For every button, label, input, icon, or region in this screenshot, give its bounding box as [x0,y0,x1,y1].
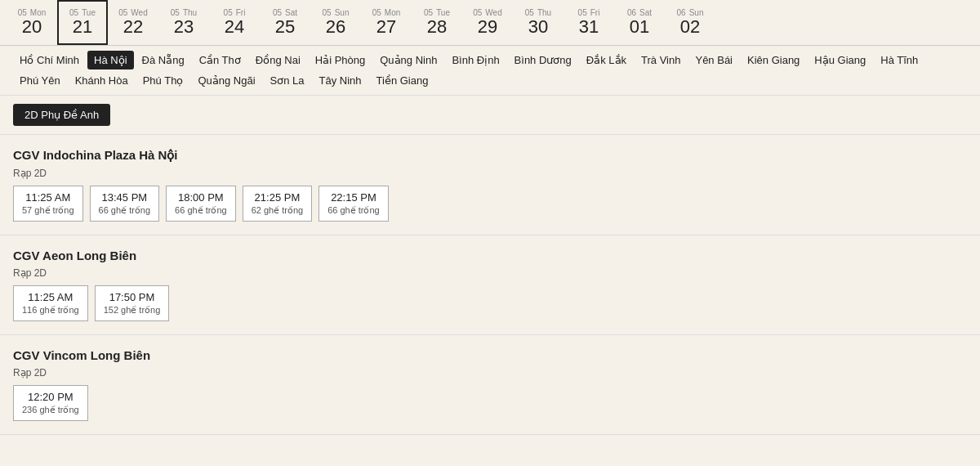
date-number: 26 [326,17,345,37]
date-number: 01 [630,17,649,37]
date-number: 24 [225,17,244,37]
showtime-seats: 62 ghế trống [252,205,304,216]
showtime-time: 21:25 PM [252,191,304,204]
date-number: 20 [22,17,42,37]
showtime-box[interactable]: 13:45 PM 66 ghế trống [90,186,160,222]
date-number: 28 [427,17,447,37]
showtime-seats: 66 ghế trống [327,205,380,216]
city-bar: Hồ Chí MinhHà NộiĐà NẵngCần ThơĐồng NaiH… [0,46,980,96]
date-number: 30 [528,17,548,37]
showtimes-container: 11:25 AM 116 ghế trống 17:50 PM 152 ghế … [13,285,967,321]
date-number: 02 [680,17,700,37]
city-item-hải-phòng[interactable]: Hải Phòng [309,51,372,69]
city-item-bình-định[interactable]: Bình Định [445,51,506,69]
date-item-25[interactable]: 05 Sat 25 [260,0,310,45]
date-item-01[interactable]: 06 Sat 01 [614,0,665,45]
city-item-tiền-giang[interactable]: Tiền Giang [370,71,435,90]
date-number: 25 [275,17,295,37]
city-item-quảng-ngãi[interactable]: Quảng Ngãi [191,71,261,90]
showtime-time: 18:00 PM [175,191,227,204]
date-item-29[interactable]: 05 Wed 29 [462,0,513,45]
date-item-30[interactable]: 05 Thu 30 [513,0,564,45]
showtime-seats: 66 ghế trống [99,205,151,216]
showtime-box[interactable]: 22:15 PM 66 ghế trống [318,186,389,222]
cinema-section: CGV Aeon Long BiênRạp 2D 11:25 AM 116 gh… [0,235,980,335]
cinema-section: CGV Indochina Plaza Hà NộiRạp 2D 11:25 A… [0,135,980,235]
showtime-time: 13:45 PM [99,191,151,204]
showtime-time: 22:15 PM [327,191,380,204]
showtime-box[interactable]: 12:20 PM 236 ghế trống [13,385,88,421]
cinema-name: CGV Indochina Plaza Hà Nội [13,148,967,163]
date-item-31[interactable]: 05 Fri 31 [564,0,614,45]
cinema-name: CGV Aeon Long Biên [13,249,967,262]
cinema-container: CGV Indochina Plaza Hà NộiRạp 2D 11:25 A… [0,135,980,435]
date-item-21[interactable]: 05 Tue 21 [57,0,108,45]
city-item-phú-yên[interactable]: Phú Yên [13,71,67,90]
city-item-khánh-hòa[interactable]: Khánh Hòa [69,71,135,90]
city-item-quảng-ninh[interactable]: Quảng Ninh [373,51,443,69]
showtime-time: 12:20 PM [22,391,79,403]
hall-label: Rạp 2D [13,367,967,379]
date-item-26[interactable]: 05 Sun 26 [310,0,361,45]
city-item-kiên-giang[interactable]: Kiên Giang [741,51,806,69]
date-number: 27 [376,17,396,37]
showtime-box[interactable]: 21:25 PM 62 ghế trống [243,186,313,222]
city-item-bình-dương[interactable]: Bình Dương [508,51,578,69]
showtime-seats: 152 ghế trống [104,305,161,316]
city-item-hồ-chí-minh[interactable]: Hồ Chí Minh [13,51,86,69]
date-number: 22 [123,17,143,37]
showtime-box[interactable]: 18:00 PM 66 ghế trống [166,186,236,222]
showtime-seats: 57 ghế trống [22,205,74,216]
city-item-đồng-nai[interactable]: Đồng Nai [249,51,307,69]
filter-bar: 2D Phụ Đề Anh [0,96,980,135]
showtime-box[interactable]: 11:25 AM 116 ghế trống [13,285,88,321]
date-number: 23 [174,17,194,37]
hall-label: Rạp 2D [13,168,967,179]
date-number: 21 [73,17,92,37]
showtime-seats: 116 ghế trống [22,305,79,316]
date-item-23[interactable]: 05 Thu 23 [158,0,209,45]
city-item-sơn-la[interactable]: Sơn La [264,71,311,90]
city-item-trà-vinh[interactable]: Trà Vinh [635,51,687,69]
date-item-02[interactable]: 06 Sun 02 [665,0,715,45]
showtime-box[interactable]: 17:50 PM 152 ghế trống [95,285,170,321]
date-item-24[interactable]: 05 Fri 24 [209,0,260,45]
filter-button[interactable]: 2D Phụ Đề Anh [13,104,110,126]
showtime-seats: 236 ghế trống [22,405,79,415]
cinema-section: CGV Vincom Long BiênRạp 2D 12:20 PM 236 … [0,335,980,435]
date-item-22[interactable]: 05 Wed 22 [108,0,158,45]
city-item-hà-tĩnh[interactable]: Hà Tĩnh [874,51,924,69]
showtime-time: 11:25 AM [22,191,74,204]
city-item-tây-ninh[interactable]: Tây Ninh [313,71,368,90]
showtime-box[interactable]: 11:25 AM 57 ghế trống [13,186,83,222]
date-number: 29 [478,17,497,37]
showtime-time: 17:50 PM [104,291,161,303]
date-number: 31 [579,17,599,37]
city-item-phú-thọ[interactable]: Phú Thọ [136,71,190,90]
date-item-27[interactable]: 05 Mon 27 [361,0,412,45]
cinema-name: CGV Vincom Long Biên [13,348,967,362]
date-item-20[interactable]: 05 Mon 20 [7,0,57,45]
city-item-cần-thơ[interactable]: Cần Thơ [193,51,247,69]
hall-label: Rạp 2D [13,267,967,279]
city-item-đà-nẵng[interactable]: Đà Nẵng [136,51,191,69]
showtimes-container: 12:20 PM 236 ghế trống [13,385,967,421]
date-item-28[interactable]: 05 Tue 28 [412,0,462,45]
showtime-seats: 66 ghế trống [175,205,227,216]
city-item-yên-bái[interactable]: Yên Bái [688,51,739,69]
city-item-hậu-giang[interactable]: Hậu Giang [808,51,872,69]
city-item-hà-nội[interactable]: Hà Nội [87,51,134,69]
showtimes-container: 11:25 AM 57 ghế trống 13:45 PM 66 ghế tr… [13,186,967,222]
city-item-đắk-lắk[interactable]: Đắk Lắk [580,51,633,69]
date-bar: 05 Mon 20 05 Tue 21 05 Wed 22 05 Thu 23 … [0,0,980,46]
showtime-time: 11:25 AM [22,291,79,303]
